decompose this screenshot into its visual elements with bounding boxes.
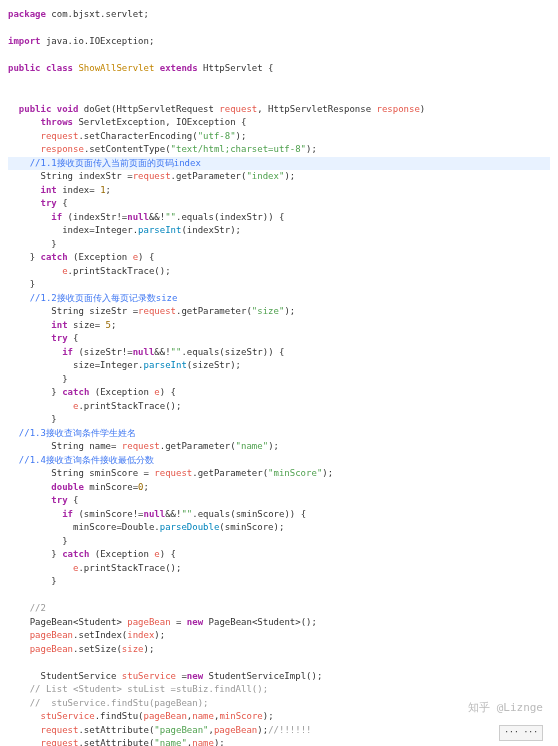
more-button[interactable]: ··· ···: [499, 725, 543, 741]
code-block: package com.bjsxt.servlet; import java.i…: [8, 8, 550, 746]
watermark: 知乎 @Liznge: [468, 700, 543, 717]
